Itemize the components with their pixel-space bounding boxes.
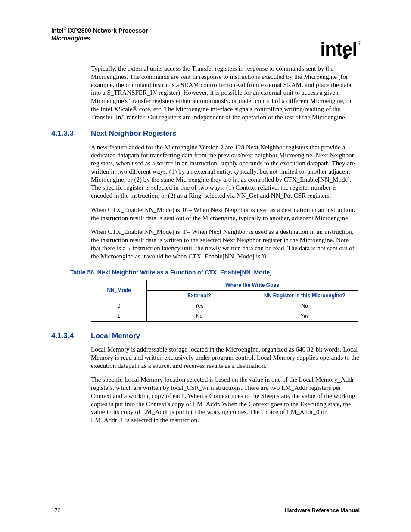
section-title: Local Memory (91, 331, 140, 340)
th-nn-mode: NN_Mode (91, 280, 147, 301)
section-4133-p2: When CTX_Enable[NN_Mode] is '0' – When N… (91, 206, 360, 222)
section-4133-heading: 4.1.3.3 Next Neighbor Registers (51, 129, 360, 138)
doc-title: Intel® IXP2800 Network Processor (51, 27, 360, 34)
logo-reg: ® (358, 41, 361, 46)
title-post: IXP2800 Network Processor (66, 27, 148, 34)
th-nn-register: NN Register in this Microengine? (252, 290, 358, 301)
section-number: 4.1.3.3 (51, 129, 91, 138)
logo-text: inte●l (320, 38, 357, 59)
cell-nn-1: Yes (252, 311, 358, 321)
section-4134-p1: Local Memory is addressable storage loca… (91, 345, 360, 370)
intro-block: Typically, the external units access the… (91, 65, 360, 121)
title-pre: Intel (51, 27, 64, 34)
section-4133-p3: When CTX_Enable[NN_Mode] is '1'– When Ne… (91, 228, 360, 260)
table56: NN_Mode Where the Write Goes External? N… (91, 280, 358, 322)
header-text-block: Intel® IXP2800 Network Processor Microen… (51, 27, 360, 42)
th-external: External? (147, 290, 252, 301)
cell-mode-1: 1 (91, 311, 147, 321)
page: Intel® IXP2800 Network Processor Microen… (0, 0, 411, 532)
page-number: 172 (51, 507, 61, 514)
section-4134-heading: 4.1.3.4 Local Memory (51, 331, 360, 340)
section-4133-body: A new feature added for the Microengine … (91, 143, 360, 261)
doc-subtitle: Microengines (51, 34, 360, 42)
section-4134-body: Local Memory is addressable storage loca… (91, 345, 360, 424)
intel-logo: inte●l® (320, 40, 360, 59)
page-header: Intel® IXP2800 Network Processor Microen… (51, 27, 360, 61)
section-number: 4.1.3.4 (51, 331, 91, 340)
page-footer: 172 Hardware Reference Manual (51, 507, 360, 514)
section-title: Next Neighbor Registers (91, 129, 176, 138)
content-area: Typically, the external units access the… (51, 65, 360, 430)
cell-mode-0: 0 (91, 301, 147, 311)
table-header-row-1: NN_Mode Where the Write Goes (91, 280, 358, 290)
cell-ext-1: No (147, 311, 252, 321)
intro-paragraph: Typically, the external units access the… (91, 65, 360, 121)
section-4133-p1: A new feature added for the Microengine … (91, 143, 360, 200)
table-row: 1 No Yes (91, 311, 358, 321)
th-where-write-goes: Where the Write Goes (147, 280, 358, 290)
table-row: 0 Yes No (91, 301, 358, 311)
cell-nn-0: No (252, 301, 358, 311)
cell-ext-0: Yes (147, 301, 252, 311)
table56-caption: Table 56. Next Neighbor Write as a Funct… (70, 269, 360, 277)
doc-name: Hardware Reference Manual (285, 507, 360, 514)
section-4134-p2: The specific Local Memory location selec… (91, 376, 360, 424)
